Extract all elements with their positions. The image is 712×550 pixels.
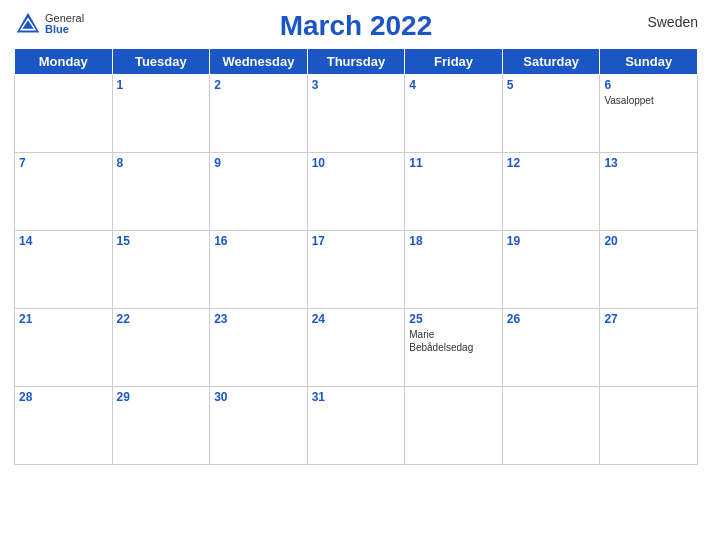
event-text: Vasaloppet — [604, 94, 693, 107]
weekday-header-row: Monday Tuesday Wednesday Thursday Friday… — [15, 49, 698, 75]
day-number: 3 — [312, 78, 401, 92]
day-number: 16 — [214, 234, 303, 248]
table-row: 24 — [307, 309, 405, 387]
day-number: 10 — [312, 156, 401, 170]
logo-area: General Blue — [14, 10, 84, 38]
calendar-table: Monday Tuesday Wednesday Thursday Friday… — [14, 48, 698, 465]
table-row: 1 — [112, 75, 210, 153]
table-row: 25Marie Bebådelsedag — [405, 309, 503, 387]
month-title: March 2022 — [280, 10, 433, 42]
table-row: 28 — [15, 387, 113, 465]
table-row: 23 — [210, 309, 308, 387]
calendar-header: General Blue March 2022 Sweden — [14, 10, 698, 42]
day-number: 18 — [409, 234, 498, 248]
day-number: 9 — [214, 156, 303, 170]
table-row: 18 — [405, 231, 503, 309]
logo-icon — [14, 10, 42, 38]
week-row: 2122232425Marie Bebådelsedag2627 — [15, 309, 698, 387]
logo-blue-text: Blue — [45, 24, 84, 35]
table-row: 17 — [307, 231, 405, 309]
table-row — [15, 75, 113, 153]
week-row: 78910111213 — [15, 153, 698, 231]
day-number: 5 — [507, 78, 596, 92]
event-text: Marie Bebådelsedag — [409, 328, 498, 354]
table-row: 12 — [502, 153, 600, 231]
day-number: 15 — [117, 234, 206, 248]
day-number: 13 — [604, 156, 693, 170]
table-row: 6Vasaloppet — [600, 75, 698, 153]
table-row: 3 — [307, 75, 405, 153]
table-row: 16 — [210, 231, 308, 309]
week-row: 14151617181920 — [15, 231, 698, 309]
calendar-body: 123456Vasaloppet789101112131415161718192… — [15, 75, 698, 465]
table-row — [600, 387, 698, 465]
day-number: 2 — [214, 78, 303, 92]
day-number: 26 — [507, 312, 596, 326]
table-row: 27 — [600, 309, 698, 387]
day-number: 12 — [507, 156, 596, 170]
day-number: 24 — [312, 312, 401, 326]
week-row: 123456Vasaloppet — [15, 75, 698, 153]
col-saturday: Saturday — [502, 49, 600, 75]
day-number: 6 — [604, 78, 693, 92]
table-row: 19 — [502, 231, 600, 309]
table-row: 11 — [405, 153, 503, 231]
day-number: 23 — [214, 312, 303, 326]
col-monday: Monday — [15, 49, 113, 75]
day-number: 17 — [312, 234, 401, 248]
day-number: 22 — [117, 312, 206, 326]
col-thursday: Thursday — [307, 49, 405, 75]
table-row — [405, 387, 503, 465]
table-row: 2 — [210, 75, 308, 153]
table-row: 13 — [600, 153, 698, 231]
day-number: 25 — [409, 312, 498, 326]
logo-text: General Blue — [45, 13, 84, 35]
day-number: 7 — [19, 156, 108, 170]
table-row: 14 — [15, 231, 113, 309]
day-number: 4 — [409, 78, 498, 92]
day-number: 14 — [19, 234, 108, 248]
table-row: 22 — [112, 309, 210, 387]
table-row: 5 — [502, 75, 600, 153]
table-row: 26 — [502, 309, 600, 387]
table-row: 8 — [112, 153, 210, 231]
col-wednesday: Wednesday — [210, 49, 308, 75]
table-row: 10 — [307, 153, 405, 231]
day-number: 1 — [117, 78, 206, 92]
table-row: 15 — [112, 231, 210, 309]
table-row: 31 — [307, 387, 405, 465]
table-row: 7 — [15, 153, 113, 231]
day-number: 29 — [117, 390, 206, 404]
day-number: 11 — [409, 156, 498, 170]
day-number: 20 — [604, 234, 693, 248]
table-row: 20 — [600, 231, 698, 309]
country-label: Sweden — [647, 14, 698, 30]
col-tuesday: Tuesday — [112, 49, 210, 75]
day-number: 27 — [604, 312, 693, 326]
day-number: 19 — [507, 234, 596, 248]
col-sunday: Sunday — [600, 49, 698, 75]
table-row: 21 — [15, 309, 113, 387]
calendar-wrapper: General Blue March 2022 Sweden Monday Tu… — [0, 0, 712, 550]
col-friday: Friday — [405, 49, 503, 75]
day-number: 8 — [117, 156, 206, 170]
day-number: 21 — [19, 312, 108, 326]
day-number: 30 — [214, 390, 303, 404]
table-row: 9 — [210, 153, 308, 231]
table-row: 4 — [405, 75, 503, 153]
day-number: 28 — [19, 390, 108, 404]
table-row: 30 — [210, 387, 308, 465]
table-row — [502, 387, 600, 465]
day-number: 31 — [312, 390, 401, 404]
table-row: 29 — [112, 387, 210, 465]
week-row: 28293031 — [15, 387, 698, 465]
